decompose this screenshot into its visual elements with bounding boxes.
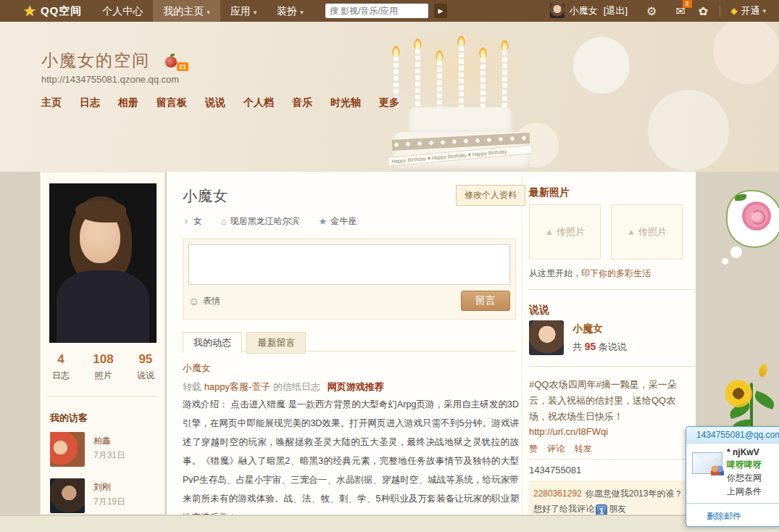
chevron-down-icon: ▾ [207,9,210,16]
logout-link[interactable]: [退出] [604,4,628,17]
divider [529,289,694,290]
upload-arrow-icon: ▲ [627,227,636,237]
search-input[interactable] [325,4,428,18]
visitor-avatar [50,432,85,467]
nav-personal-center[interactable]: 个人中心 [92,0,153,22]
comment-link[interactable]: 评论 [547,444,565,454]
photo-body [57,270,149,343]
bubble-dot [730,246,742,258]
visitor-name[interactable]: 刘刚 [93,481,111,494]
stat-shuoshuo-count[interactable]: 95 [137,352,154,367]
visitor-name[interactable]: 柏鑫 [93,435,111,447]
latest-photos-title: 最新照片 [529,186,570,199]
visitor-item[interactable]: 柏鑫 7月31日 [50,432,159,468]
photo-hint: 从这里开始，印下你的多彩生活 [529,267,651,280]
menu-music[interactable]: 音乐 [292,96,312,109]
comment-box: 2280361292你愿意做我2013年的谁？想好了给我评论1朋友 [529,481,694,515]
shuoshuo-username-link[interactable]: 小魔女 [572,323,603,336]
composer-toolbar: ☺ 表情 留言 [188,288,510,314]
comment-user-link[interactable]: 2280361292 [533,489,582,499]
location-value: 现居黑龙江哈尔滨 [230,215,300,228]
expand-arrow-button[interactable]: ▶ [434,4,447,18]
header-banner: Happy Birthday ♥ Happy Birthday ♥ Happy … [0,22,779,172]
nav-apps[interactable]: 应用▾ [220,0,267,22]
mail-subject-green[interactable]: 啤呀啤呀 [727,459,779,471]
menu-profile[interactable]: 个人档 [243,96,274,109]
menu-blog[interactable]: 日志 [80,96,100,109]
nav-decorate[interactable]: 装扮▾ [267,0,314,22]
emoticon-icon[interactable]: ☺ [188,295,199,307]
topbar-username[interactable]: 小魔女 [570,4,598,17]
top-nav-menu: 个人中心 我的主页▾ 应用▾ 装扮▾ [92,0,314,22]
menu-shuoshuo[interactable]: 说说 [205,96,225,109]
menu-more[interactable]: 更多 [379,96,399,109]
sunflower-head [728,383,749,404]
number-badge: 1 [596,504,607,515]
qzone-logo[interactable]: ★ QQ空间 [23,4,82,18]
feed-post-title-link[interactable]: 网页游戏推荐 [328,381,384,392]
sunflower-leaf [752,391,777,410]
menu-message-board[interactable]: 留言板 [157,96,187,109]
profile-info-row: ♀ 女 ⌂ 现居黑龙江哈尔滨 ★ 金牛座 [183,215,375,228]
upload-photo-box[interactable]: ▲ 传照片 [611,204,683,259]
mail-popup-email[interactable]: 1434755081@qq.com [686,427,779,444]
clover-icon[interactable]: ✿ [699,4,708,18]
submit-message-button[interactable]: 留言 [461,291,510,311]
stat-shuoshuo: 95 说说 [137,352,154,382]
space-title: 小魔女的空间 [41,49,150,72]
count-suffix: 条说说 [596,341,627,352]
nav-my-home[interactable]: 我的主页▾ [153,0,220,22]
like-link[interactable]: 赞 [529,444,538,454]
menu-timeline[interactable]: 时光轴 [330,96,361,109]
shuoshuo-title: 说说 [529,304,549,317]
gear-icon[interactable]: ⚙ [646,4,657,18]
tab-latest-messages[interactable]: 最新留言 [246,332,306,354]
menu-home[interactable]: 主页 [41,96,62,109]
mail-preview-line1: 你想在网 [727,471,762,485]
user-avatar-small[interactable] [550,4,565,18]
chevron-down-icon: ▾ [254,9,257,16]
shuoshuo-link[interactable]: http://url.cn/I8FWqi [529,426,608,437]
menu-album[interactable]: 相册 [118,96,138,109]
upload-photo-box[interactable]: ▲ 传照片 [529,204,601,259]
rose-thought-bubble[interactable] [726,190,779,248]
feed-author-link[interactable]: 小魔女 [183,362,211,375]
edit-profile-button[interactable]: 修改个人资料 [456,185,525,206]
vip-open-link[interactable]: 开通 [741,4,759,17]
search-box [325,4,428,18]
stat-photos: 108 照片 [93,352,113,382]
mail-notification-popup: 1434755081@qq.com * njKwV 啤呀啤呀 你想在网 上网条件… [686,426,779,527]
stat-photos-count[interactable]: 108 [93,352,113,367]
home-icon: ⌂ [221,216,227,227]
feed-tabs: 我的动态 最新留言 [183,331,516,352]
delete-mail-link[interactable]: 删除邮件 [707,511,741,521]
mail-subject[interactable]: * njKwV [727,446,779,459]
shuoshuo-count: 95 [585,341,596,352]
owner-id-text: 1434755081 [529,465,581,475]
feed-source-user-link[interactable]: happy客服-萱子 [204,381,271,392]
candle [437,61,442,110]
mail-popup-footer: 删除邮件 [686,503,779,526]
profile-photo[interactable] [49,183,157,343]
message-input[interactable] [188,244,510,285]
candle [459,46,464,110]
stat-photos-label: 照片 [93,370,113,382]
gender-value: 女 [193,215,202,228]
right-column: 最新照片 ▲ 传照片 ▲ 传照片 从这里开始，印下你的多彩生活 说说 小魔女 共… [529,172,696,515]
divider [720,5,720,17]
left-sidebar: 4 日志 108 照片 95 说说 我的访客 柏鑫 7月31日 刘刚 7月19日 [40,172,165,515]
comment-suffix: 朋友 [609,504,626,514]
visitor-date: 7月19日 [93,496,125,508]
share-link[interactable]: 转发 [575,444,592,454]
emoticon-label[interactable]: 表情 [203,295,220,307]
mail-button[interactable]: ✉ 2 [675,4,685,18]
star-logo-icon: ★ [23,4,36,18]
mail-preview-text: 你想在网 上网条件 [727,471,762,499]
photo-hint-link[interactable]: 印下你的多彩生活 [581,268,651,278]
shuoshuo-avatar[interactable] [529,320,564,355]
apple-icon[interactable] [165,57,177,67]
visitor-item[interactable]: 刘刚 7月19日 [50,478,159,515]
tab-my-feed[interactable]: 我的动态 [183,332,242,354]
message-composer: ☺ 表情 留言 [183,238,516,320]
stat-blogs-count[interactable]: 4 [52,352,70,367]
